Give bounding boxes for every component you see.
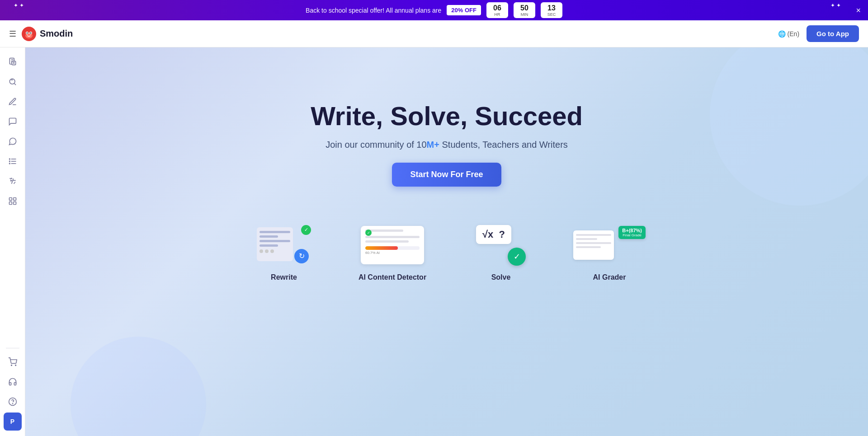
feature-card-ai-grader: B+(87%) Final Grade AI Grader <box>569 223 650 281</box>
solve-mock: √x ? ✓ <box>476 225 526 266</box>
svg-point-20 <box>15 365 16 366</box>
sidebar-item-cart[interactable] <box>4 353 22 371</box>
banner-close-button[interactable]: × <box>856 5 861 15</box>
grader-doc <box>573 230 614 260</box>
top-banner: ✦ ✦ Back to school special offer! All an… <box>0 0 868 20</box>
banner-text: Back to school special offer! All annual… <box>306 7 441 14</box>
sidebar-item-support[interactable] <box>4 373 22 391</box>
grader-mock: B+(87%) Final Grade <box>573 226 646 264</box>
sidebar-item-document[interactable] <box>4 53 22 71</box>
confetti-left-icon: ✦ ✦ <box>14 2 24 9</box>
language-button[interactable]: 🌐 (En) <box>778 30 799 38</box>
rewrite-mock: ↻ ✓ <box>257 225 311 266</box>
solve-label: Solve <box>491 273 511 281</box>
logo-link[interactable]: Smodin <box>22 27 73 41</box>
sidebar-item-grid[interactable] <box>4 192 22 210</box>
rewrite-label: Rewrite <box>271 273 297 281</box>
detector-check-icon: ✓ <box>365 230 372 236</box>
hero-subtitle-highlight: M+ <box>427 140 439 150</box>
hero-title: Write, Solve, Succeed <box>311 102 583 131</box>
rewrite-icon-area: ↻ ✓ <box>248 223 320 268</box>
sidebar-item-message[interactable] <box>4 132 22 150</box>
svg-point-4 <box>27 32 28 33</box>
detector-ai-label: 60.7% AI <box>365 251 420 255</box>
sidebar-item-translate[interactable] <box>4 172 22 190</box>
feature-card-solve: √x ? ✓ Solve <box>460 223 542 281</box>
sidebar-item-edit[interactable] <box>4 93 22 111</box>
timer-hours: 06 HR <box>486 2 508 18</box>
hero-subtitle: Join our community of 10M+ Students, Tea… <box>326 140 568 150</box>
hero-subtitle-suffix: Students, Teachers and Writers <box>439 140 568 150</box>
hero-subtitle-prefix: Join our community of 10 <box>326 140 426 150</box>
solve-math-display: √x ? <box>476 225 511 244</box>
banner-discount-badge: 20% OFF <box>447 5 481 15</box>
sidebar-item-help[interactable] <box>4 393 22 411</box>
ai-detector-icon-area: ✓ 60.7% AI <box>356 223 429 268</box>
main-content: Write, Solve, Succeed Join our community… <box>25 47 868 436</box>
svg-rect-15 <box>9 198 12 201</box>
rewrite-doc <box>257 227 293 261</box>
feature-card-rewrite: ↻ ✓ Rewrite <box>243 223 325 281</box>
sidebar-item-profile[interactable]: P <box>4 413 22 431</box>
sidebar: P <box>0 47 25 436</box>
detector-mock: ✓ 60.7% AI <box>361 226 424 264</box>
header-left: ☰ Smodin <box>9 27 73 41</box>
solve-circle-icon: ✓ <box>508 248 526 266</box>
timer-minutes: 50 MIN <box>514 2 535 18</box>
sidebar-item-list[interactable] <box>4 152 22 170</box>
detector-fill <box>365 246 398 250</box>
grader-badge: B+(87%) Final Grade <box>618 226 646 239</box>
svg-point-13 <box>9 161 10 162</box>
hero-section: Write, Solve, Succeed Join our community… <box>311 102 583 187</box>
hamburger-menu-icon[interactable]: ☰ <box>9 29 16 39</box>
rewrite-check-icon: ✓ <box>301 225 311 235</box>
ai-grader-label: AI Grader <box>593 273 626 281</box>
sidebar-item-search[interactable] <box>4 73 22 91</box>
timer-seconds: 13 SEC <box>541 2 562 18</box>
sidebar-item-chat[interactable] <box>4 113 22 131</box>
logo-text: Smodin <box>40 28 73 39</box>
main-header: ☰ Smodin 🌐 (En) Go to App <box>0 20 868 47</box>
svg-rect-17 <box>9 202 12 205</box>
svg-point-12 <box>9 159 10 159</box>
solve-icon-area: √x ? ✓ <box>465 223 537 268</box>
svg-rect-18 <box>13 202 16 205</box>
ai-grader-icon-area: B+(87%) Final Grade <box>573 223 646 268</box>
header-right: 🌐 (En) Go to App <box>778 25 859 42</box>
features-row: ↻ ✓ Rewrite ✓ <box>243 223 650 281</box>
logo-icon <box>22 27 36 41</box>
grader-grade-text: B+(87%) <box>622 228 642 233</box>
svg-point-19 <box>11 365 12 366</box>
goto-app-button[interactable]: Go to App <box>807 25 859 42</box>
sidebar-divider <box>6 348 19 348</box>
feature-card-ai-detector: ✓ 60.7% AI AI Content Detector <box>352 223 433 281</box>
svg-rect-16 <box>13 198 16 201</box>
bg-decoration-2 <box>71 337 206 436</box>
grader-grade-sub: Final Grade <box>622 233 642 237</box>
confetti-right-icon: ✦ ✦ <box>830 2 841 9</box>
rewrite-refresh-icon: ↻ <box>294 249 309 263</box>
main-layout: P Write, Solve, Succeed Join our communi… <box>0 47 868 436</box>
bg-decoration-1 <box>710 47 868 206</box>
svg-point-14 <box>9 163 10 164</box>
detector-progress-bar <box>365 246 420 250</box>
svg-point-5 <box>30 32 32 33</box>
ai-detector-label: AI Content Detector <box>359 273 426 281</box>
start-now-button[interactable]: Start Now For Free <box>392 163 501 187</box>
